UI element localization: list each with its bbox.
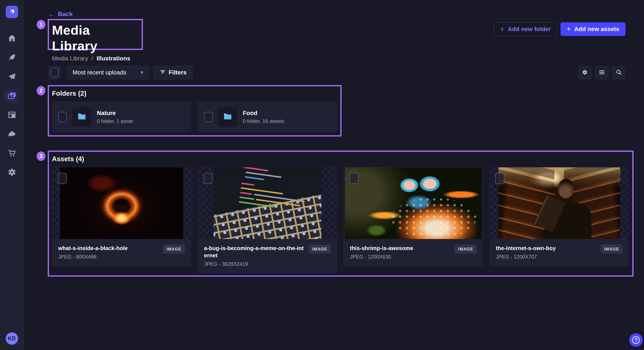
feather-icon [7,53,16,63]
annotation-badge-1: 1 [37,20,45,29]
sidebar-item-content-manager[interactable] [4,51,20,64]
black-hole-image [60,167,183,239]
sidebar-item-releases[interactable] [4,70,20,84]
asset-checkbox[interactable] [495,173,504,184]
filters-label: Filters [169,69,186,76]
page-title: Media Library [52,22,139,54]
breadcrumb-parent[interactable]: Media Library [52,55,88,62]
asset-thumbnail [198,167,337,239]
folder-thumb [72,107,91,127]
list-view-button[interactable] [595,66,608,79]
cloud-icon [7,129,16,139]
sidebar-item-content-type-builder[interactable] [4,108,20,122]
strapi-logo-icon[interactable] [6,6,18,18]
asset-card-black-hole[interactable]: what-s-inside-a-black-hole JPEG - 800X46… [52,167,191,266]
select-all-frame[interactable] [48,66,61,79]
asset-name: what-s-inside-a-black-hole [58,245,128,252]
asset-card-internets-own-boy[interactable]: the-internet-s-own-boy JPEG - 1200X707 I… [490,167,629,266]
plus-icon: + [500,25,504,32]
home-icon [7,34,16,44]
asset-info: what-s-inside-a-black-hole JPEG - 800X46… [52,239,191,266]
sidebar-nav [0,24,24,327]
folder-card-food[interactable]: Food 0 folder, 16 assets [198,102,337,132]
asset-meta: JPEG - 1200X707 [496,254,556,260]
asset-checkbox[interactable] [204,173,212,184]
folder-text: Food 0 folder, 16 assets [243,110,284,124]
breadcrumb-separator: / [92,55,93,62]
asset-card-bug-meme[interactable]: a-bug-is-becoming-a-meme-on-the-internet… [198,167,337,273]
asset-name: the-internet-s-own-boy [496,245,556,252]
asset-thumbnail [490,167,628,239]
asset-info: a-bug-is-becoming-a-meme-on-the-internet… [198,239,337,273]
settings-icon [582,69,588,76]
avatar[interactable]: KD [6,332,18,345]
sort-value: Most recent uploads [72,69,126,76]
folder-meta: 0 folder, 16 assets [243,118,284,124]
sidebar: KD [0,0,24,350]
breadcrumb: Media Library / Illustrations [52,55,139,62]
sidebar-item-deploy[interactable] [4,127,20,141]
question-mark-icon: ? [632,336,640,344]
filter-icon [160,69,166,76]
strapi-app: KD ← Back 1 Media Library Media Library … [0,0,644,350]
add-folder-label: Add new folder [508,26,551,32]
sidebar-item-marketplace[interactable] [4,147,20,160]
help-button[interactable]: ? [629,333,643,347]
folder-checkbox[interactable] [204,112,212,122]
folder-checkbox[interactable] [58,112,67,122]
settings-button[interactable] [578,66,592,79]
asset-type-badge: IMAGE [600,245,622,254]
paper-plane-icon [7,72,16,82]
gear-icon [7,168,16,177]
add-assets-label: Add new assets [574,26,619,32]
header-row: 1 Media Library Media Library / Illustra… [48,19,626,50]
annotation-badge-2: 2 [37,86,45,95]
folders-grid: Nature 0 folder, 1 asset Food 0 folder, … [52,102,337,132]
breadcrumb-current: Illustrations [96,55,130,62]
assets-heading: Assets (4) [52,155,629,163]
library-portrait-image [498,167,620,239]
folder-card-nature[interactable]: Nature 0 folder, 1 asset [52,102,191,132]
folder-thumb [218,107,237,127]
toolbar: Most recent uploads ▼ Filters [48,66,626,79]
asset-checkbox[interactable] [58,173,67,184]
cart-icon [7,149,16,159]
sort-select[interactable]: Most recent uploads ▼ [67,66,149,79]
asset-meta: JPEG - 800X466 [58,254,128,260]
sidebar-item-settings[interactable] [4,166,20,179]
layout-icon [7,110,16,120]
asset-thumbnail [52,167,191,239]
asset-info: this-shrimp-is-awesome JPEG - 1200X630 I… [344,239,482,266]
assets-grid: what-s-inside-a-black-hole JPEG - 800X46… [52,167,629,273]
media-library-icon [7,91,16,101]
folder-text: Nature 0 folder, 1 asset [97,110,133,124]
header-actions: + Add new folder + Add new assets [494,22,626,36]
folder-meta: 0 folder, 1 asset [97,118,133,124]
folder-icon [223,112,232,122]
add-new-assets-button[interactable]: + Add new assets [560,22,626,36]
back-label: Back [58,11,72,18]
sidebar-footer: KD [0,327,24,350]
list-icon [598,69,605,76]
asset-card-shrimp[interactable]: this-shrimp-is-awesome JPEG - 1200X630 I… [344,167,483,266]
folders-section: 2 Folders (2) Nature 0 folder, 1 asset [48,85,342,137]
search-icon [616,69,622,76]
asset-type-badge: IMAGE [455,245,476,254]
asset-type-badge: IMAGE [309,245,331,254]
arrow-left-icon: ← [48,11,55,18]
back-link[interactable]: ← Back [48,11,72,18]
asset-meta: JPEG - 1200X630 [350,254,413,260]
add-new-folder-button[interactable]: + Add new folder [494,22,557,36]
select-all-checkbox[interactable] [51,68,58,77]
sidebar-item-home[interactable] [4,32,20,45]
assets-section: 3 Assets (4) what-s-inside-a-black-hole … [48,151,634,277]
chevron-down-icon: ▼ [140,70,144,75]
filters-button[interactable]: Filters [154,66,193,79]
asset-info: the-internet-s-own-boy JPEG - 1200X707 I… [490,239,628,266]
asset-meta: JPEG - 3628X2419 [204,261,304,267]
search-button[interactable] [612,66,626,79]
asset-checkbox[interactable] [350,173,358,184]
folders-heading: Folders (2) [52,90,337,97]
laptop-code-image [214,167,321,239]
sidebar-item-media-library[interactable] [4,89,20,103]
